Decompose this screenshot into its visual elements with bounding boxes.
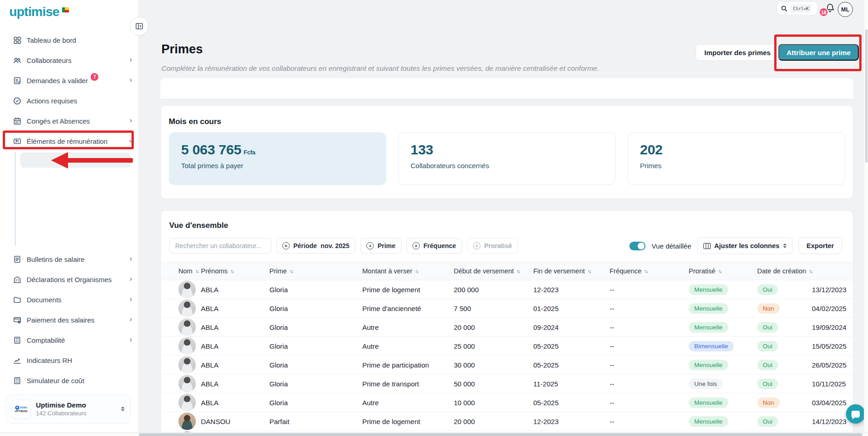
- overview-section: Vue d'ensemble × Période nov. 2025 + Pri…: [160, 210, 853, 436]
- sidebar-subitem-prets-salaries[interactable]: [20, 199, 131, 215]
- sort-icon[interactable]: ↑↓: [718, 268, 721, 274]
- sort-icon[interactable]: ↑↓: [809, 268, 812, 274]
- sidebar-item-declarations-et-organismes[interactable]: Déclarations et Organismes ›: [0, 269, 138, 289]
- proratise-badge: Non: [757, 303, 780, 314]
- table-row[interactable]: ABLA Gloria Autre 25 000 05-2025 -- Bime…: [161, 337, 853, 356]
- global-search[interactable]: Ctrl+K: [777, 1, 817, 15]
- table-header-row: Nom↑↓Prénoms↑↓Prime↑↓Montant à verser↑↓D…: [161, 262, 853, 280]
- chevron-updown-icon: [783, 243, 787, 248]
- column-header-label: Prime: [269, 267, 287, 275]
- sidebar-item-label: Documents: [27, 296, 62, 304]
- cell-prime: Prime de logement: [362, 286, 454, 294]
- adjust-columns-label: Ajuster les colonnes: [714, 242, 780, 249]
- frequence-badge: Mensuelle: [689, 284, 728, 295]
- export-button[interactable]: Exporter: [799, 238, 842, 254]
- detailed-view-toggle[interactable]: [629, 242, 645, 250]
- table-row[interactable]: ABLA Gloria Prime d'ancienneté 7 500 01-…: [161, 299, 853, 318]
- chevron-right-icon: ›: [130, 336, 132, 343]
- cell-montant: 50 000: [454, 380, 533, 388]
- sidebar-item-documents[interactable]: Documents ›: [0, 289, 138, 310]
- table-row[interactable]: ABLA Gloria Prime de transport 50 000 11…: [161, 374, 853, 393]
- table-row[interactable]: ABLA Gloria Autre 10 000 05-2025 -- Mens…: [161, 393, 853, 412]
- sidebar-item-bulletins-de-salaire[interactable]: Bulletins de salaire ›: [0, 249, 138, 269]
- sidebar-item-comptabilite[interactable]: Comptabilité ›: [0, 330, 138, 350]
- sidebar-item-indicateurs-rh[interactable]: Indicateurs RH: [0, 350, 138, 370]
- adjust-columns-button[interactable]: Ajuster les colonnes: [697, 238, 793, 254]
- column-header-nom[interactable]: Nom↑↓: [178, 267, 201, 275]
- employee-avatar: [178, 318, 196, 336]
- sidebar-subitem-heures-supplementaires[interactable]: [20, 231, 131, 246]
- brand-logo[interactable]: uptimise: [9, 6, 69, 18]
- sidebar-nav-bottom: Bulletins de salaire › Déclarations et O…: [0, 249, 138, 391]
- sidebar-item-collaborateurs[interactable]: Collaborateurs ›: [0, 50, 138, 70]
- plus-circle-icon: +: [366, 242, 374, 249]
- table-row[interactable]: ABLA Gloria Prime de logement 200 000 12…: [161, 280, 853, 299]
- table-row[interactable]: ABLA Gloria Autre 20 000 09-2024 -- Mens…: [161, 318, 853, 337]
- sidebar-item-tableau-de-bord[interactable]: Tableau de bord: [0, 30, 138, 50]
- filter-chip-periode[interactable]: × Période nov. 2025: [276, 238, 355, 254]
- calendar-icon: [13, 117, 22, 125]
- column-header-date-de-creation[interactable]: Date de création↑↓: [757, 267, 812, 275]
- vertical-scrollbar-thumb[interactable]: [865, 29, 868, 163]
- grid-icon: [13, 36, 22, 45]
- user-avatar[interactable]: ML: [838, 2, 853, 17]
- sidebar-item-simulateur-de-cout[interactable]: Simulateur de coût: [0, 370, 138, 391]
- cell-debut-versement: 01-2025: [533, 305, 610, 312]
- frequence-badge: Mensuelle: [689, 303, 728, 314]
- sort-icon[interactable]: ↑↓: [230, 268, 234, 274]
- sort-icon[interactable]: ↑↓: [517, 268, 520, 274]
- search-icon: [781, 5, 788, 12]
- sidebar-subitem-acomptes-sur-salaire[interactable]: [20, 184, 131, 199]
- column-header-prenoms[interactable]: Prénoms↑↓: [201, 267, 269, 275]
- sidebar-item-demandes-a-valider[interactable]: Demandes à valider 7 ›: [0, 70, 138, 91]
- tab-bar: [160, 78, 853, 99]
- sidebar-submenu: [0, 151, 138, 249]
- sidebar-subitem-indemnites-non-soumises[interactable]: [20, 168, 131, 183]
- cell-montant: 25 000: [454, 342, 533, 350]
- sidebar-item-paiement-des-salaires[interactable]: Paiement des salaires ›: [0, 310, 138, 330]
- sidebar-collapse-button[interactable]: [130, 17, 148, 35]
- sidebar-subitem-deductions[interactable]: [20, 215, 131, 230]
- import-primes-button[interactable]: Importer des primes: [696, 44, 779, 61]
- overview-title: Vue d'ensemble: [169, 221, 853, 230]
- column-header-prime[interactable]: Prime↑↓: [269, 267, 362, 275]
- cell-date-creation: 04/02/2025: [812, 305, 853, 312]
- column-header-frequence[interactable]: Fréquence↑↓: [610, 267, 689, 275]
- assign-prime-button[interactable]: Attribuer une prime: [778, 44, 859, 61]
- sort-icon[interactable]: ↑↓: [290, 268, 293, 274]
- filter-chip-proratise[interactable]: + Proratisé: [467, 238, 518, 254]
- stat-label: Collaborateurs concernés: [411, 162, 603, 170]
- company-switcher[interactable]: DEMO UPTIMISE Uptimise Demo 142 Collabor…: [6, 394, 131, 424]
- sidebar-item-actions-requises[interactable]: Actions requises: [0, 91, 138, 111]
- proratise-badge: Oui: [757, 416, 778, 427]
- cell-prime: Prime d'ancienneté: [362, 305, 454, 312]
- column-header-proratise[interactable]: Proratisé↑↓: [689, 267, 757, 275]
- column-header-label: Nom: [178, 267, 193, 275]
- sort-icon[interactable]: ↑↓: [195, 268, 199, 274]
- table-row[interactable]: ABLA Gloria Prime de participation 30 00…: [161, 356, 853, 374]
- column-header-fin-de-versement[interactable]: Fin de versement↑↓: [533, 267, 610, 275]
- horizontal-scrollbar[interactable]: [0, 432, 868, 436]
- sidebar-subitem-primes[interactable]: [20, 153, 131, 168]
- benin-flag-icon: [62, 7, 69, 12]
- employee-avatar: [178, 356, 196, 374]
- sort-icon[interactable]: ↑↓: [644, 268, 647, 274]
- calculator-icon: [13, 376, 22, 385]
- filter-chip-frequence[interactable]: + Fréquence: [406, 238, 462, 254]
- horizontal-scrollbar-thumb[interactable]: [139, 433, 862, 436]
- sidebar-item-conges-et-absences[interactable]: Congés et Absences ›: [0, 111, 138, 131]
- sort-icon[interactable]: ↑↓: [415, 268, 418, 274]
- proratise-badge: Oui: [757, 284, 778, 295]
- chat-widget-button[interactable]: [846, 404, 865, 424]
- column-header-label: Fréquence: [610, 267, 641, 275]
- sidebar-item-elements-de-remuneration[interactable]: Éléments de rémunération ›: [0, 131, 138, 151]
- sort-icon[interactable]: ↑↓: [588, 268, 591, 274]
- cell-nom: ABLA: [201, 380, 269, 388]
- column-header-montant-a-verser[interactable]: Montant à verser↑↓: [362, 267, 454, 275]
- column-header-debut-de-versement[interactable]: Début de versement↑↓: [454, 267, 533, 275]
- table-row[interactable]: DANSOU Parfait Prime de logement 20 000 …: [161, 412, 853, 431]
- filter-chip-prime[interactable]: + Prime: [360, 238, 401, 254]
- vertical-scrollbar[interactable]: [864, 0, 868, 432]
- cell-fin-versement: --: [610, 361, 689, 369]
- collaborator-search-input[interactable]: [169, 238, 271, 254]
